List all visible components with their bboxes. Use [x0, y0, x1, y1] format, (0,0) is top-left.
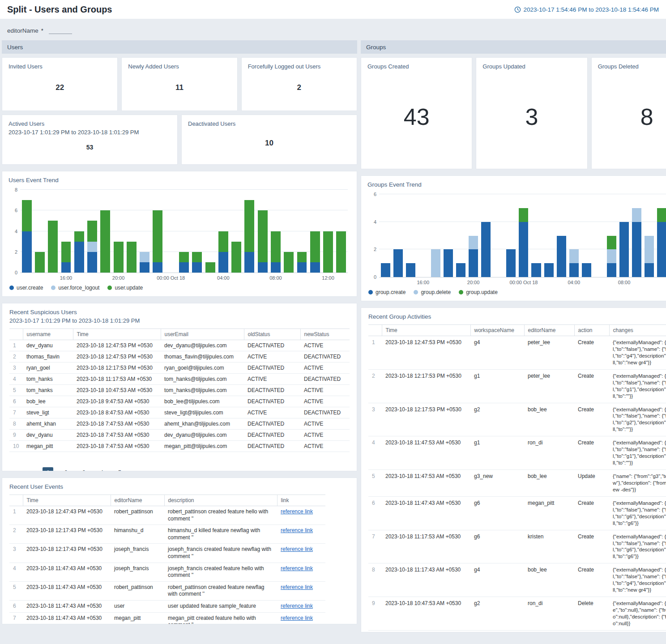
bar-segment[interactable] — [22, 231, 32, 273]
bar-segment[interactable] — [481, 222, 491, 277]
bar-segment[interactable] — [35, 252, 45, 273]
bar-segment[interactable] — [323, 231, 333, 273]
bar-segment[interactable] — [506, 249, 516, 277]
bar-segment[interactable] — [100, 210, 110, 273]
legend-item[interactable]: group.update — [459, 289, 498, 295]
bar-segment[interactable] — [153, 262, 162, 273]
bar-segment[interactable] — [657, 208, 666, 222]
reference-link[interactable]: reference link — [281, 546, 313, 552]
bar-segment[interactable] — [74, 242, 84, 273]
next-page-icon[interactable]: › — [132, 468, 135, 472]
bar-segment[interactable] — [140, 262, 149, 273]
bar-segment[interactable] — [87, 242, 97, 252]
bar-segment[interactable] — [205, 262, 215, 273]
bar-segment[interactable] — [271, 262, 281, 273]
bar-segment[interactable] — [179, 252, 189, 262]
legend-item[interactable]: user.force_logout — [51, 285, 99, 291]
page-button-4[interactable]: 4 — [96, 467, 107, 471]
bar-segment[interactable] — [469, 236, 478, 250]
reference-link[interactable]: reference link — [281, 603, 313, 609]
bar-segment[interactable] — [456, 263, 465, 277]
bar-segment[interactable] — [192, 262, 202, 273]
bar-segment[interactable] — [87, 252, 97, 273]
bar-segment[interactable] — [218, 252, 228, 273]
bar-segment[interactable] — [231, 242, 241, 273]
bar-segment[interactable] — [310, 231, 320, 262]
bar-segment[interactable] — [74, 231, 84, 242]
bar-segment[interactable] — [607, 236, 616, 250]
bar-segment[interactable] — [140, 252, 149, 262]
bar-segment[interactable] — [406, 263, 415, 277]
bar-segment[interactable] — [632, 222, 641, 277]
bar-segment[interactable] — [153, 210, 162, 262]
reference-link[interactable]: reference link — [281, 527, 313, 533]
editor-name-filter-input[interactable] — [49, 26, 72, 34]
reference-link[interactable]: reference link — [281, 615, 313, 621]
bar-segment[interactable] — [258, 262, 268, 273]
bar-segment[interactable] — [127, 242, 137, 273]
bar-segment[interactable] — [48, 221, 58, 273]
stat-value: 22 — [56, 83, 64, 92]
bar-segment[interactable] — [645, 236, 654, 264]
bar-segment[interactable] — [22, 200, 32, 231]
bar-segment[interactable] — [444, 249, 453, 277]
reference-link[interactable]: reference link — [281, 584, 313, 590]
bar-segment[interactable] — [297, 262, 307, 273]
bar-segment[interactable] — [607, 263, 616, 277]
bar-segment[interactable] — [582, 263, 591, 277]
page-button-3[interactable]: 3 — [78, 467, 89, 471]
bar-segment[interactable] — [531, 263, 541, 277]
reference-link[interactable]: reference link — [281, 508, 313, 515]
bar-segment[interactable] — [619, 222, 629, 277]
table-cell: 2023-10-18 12:17:53 PM +0530 — [382, 369, 470, 403]
bar-segment[interactable] — [569, 263, 579, 277]
link-cell[interactable]: reference link — [277, 506, 325, 525]
bar-segment[interactable] — [61, 242, 71, 262]
bar-segment[interactable] — [544, 263, 554, 277]
bar-segment[interactable] — [244, 200, 254, 252]
bar-segment[interactable] — [607, 249, 616, 263]
bar-segment[interactable] — [519, 208, 528, 222]
bar-segment[interactable] — [632, 208, 641, 222]
bar-segment[interactable] — [469, 249, 478, 277]
link-cell[interactable]: reference link — [277, 563, 325, 581]
legend-label: user.update — [115, 285, 143, 291]
bar-segment[interactable] — [645, 263, 654, 277]
link-cell[interactable]: reference link — [277, 544, 325, 563]
bar-segment[interactable] — [297, 252, 307, 262]
date-range-picker[interactable]: 2023-10-17 1:54:46 PM to 2023-10-18 1:54… — [514, 6, 659, 13]
bar-segment[interactable] — [336, 231, 346, 273]
bar-segment[interactable] — [179, 262, 189, 273]
page-button-5[interactable]: 5 — [114, 467, 125, 471]
bar-segment[interactable] — [192, 252, 202, 262]
link-cell[interactable]: reference link — [277, 525, 325, 544]
legend-item[interactable]: group.delete — [414, 289, 451, 295]
bar-segment[interactable] — [431, 249, 440, 277]
bar-segment[interactable] — [61, 262, 71, 273]
prev-page-icon[interactable]: ‹ — [33, 468, 35, 472]
page-button-1[interactable]: 1 — [43, 467, 53, 471]
bar-segment[interactable] — [310, 262, 320, 273]
bar-segment[interactable] — [557, 236, 566, 277]
stat-card-invited-users: Invited Users 22 — [2, 57, 118, 111]
page-button-2[interactable]: 2 — [60, 467, 71, 471]
bar-segment[interactable] — [271, 231, 281, 262]
reference-link[interactable]: reference link — [281, 565, 313, 571]
link-cell[interactable]: reference link — [277, 612, 325, 624]
bar-segment[interactable] — [218, 231, 228, 252]
bar-segment[interactable] — [284, 252, 294, 273]
bar-segment[interactable] — [114, 242, 124, 273]
bar-segment[interactable] — [393, 249, 403, 277]
bar-segment[interactable] — [258, 210, 268, 262]
bar-segment[interactable] — [244, 252, 254, 273]
link-cell[interactable]: reference link — [277, 581, 325, 600]
bar-segment[interactable] — [381, 263, 390, 277]
bar-segment[interactable] — [87, 221, 97, 241]
legend-item[interactable]: group.create — [368, 289, 406, 295]
bar-segment[interactable] — [657, 222, 666, 277]
legend-item[interactable]: user.create — [9, 285, 43, 291]
bar-segment[interactable] — [519, 222, 528, 277]
link-cell[interactable]: reference link — [277, 600, 325, 612]
legend-item[interactable]: user.update — [107, 285, 143, 291]
bar-segment[interactable] — [569, 249, 579, 263]
